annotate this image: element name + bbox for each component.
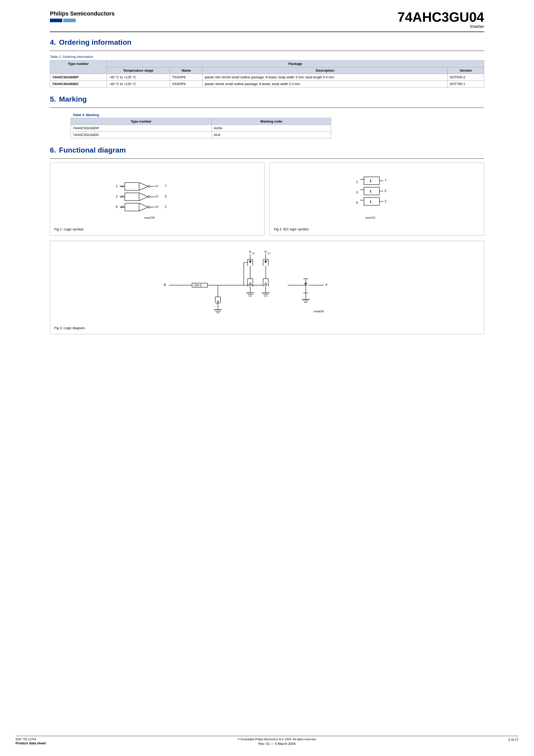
header-divider bbox=[50, 32, 484, 32]
doc-number: 9397 750 12754 bbox=[15, 738, 46, 741]
marking-col-code: Marking code bbox=[211, 118, 331, 125]
marking-col-type: Type number bbox=[71, 118, 212, 125]
svg-text:6: 6 bbox=[356, 201, 358, 204]
ordering-name: TSSOP8 bbox=[170, 74, 202, 81]
section-marking-title: 5. Marking bbox=[50, 95, 484, 103]
ordering-col-type: Type number bbox=[50, 61, 107, 74]
logic-diagram-svg: V CC V CC bbox=[54, 245, 480, 323]
svg-text:V: V bbox=[249, 250, 251, 254]
figures-row-1: 1 1A 1Y 7 3 2A bbox=[50, 163, 484, 235]
svg-text:2Y: 2Y bbox=[155, 195, 159, 198]
svg-text:1: 1 bbox=[370, 179, 371, 183]
svg-text:CC: CC bbox=[252, 252, 255, 255]
fig2-caption: Fig 2. IEC logic symbol. bbox=[274, 227, 480, 231]
svg-text:3Y: 3Y bbox=[155, 205, 159, 208]
ordering-divider bbox=[50, 51, 484, 51]
svg-text:CC: CC bbox=[267, 252, 271, 255]
figure-2: 1 1 7 3 1 5 6 1 bbox=[270, 163, 484, 235]
svg-text:1Y: 1Y bbox=[155, 185, 159, 188]
svg-text:Y: Y bbox=[325, 283, 328, 287]
ordering-subcol-temp: Temperature range bbox=[106, 67, 170, 74]
footer-line bbox=[15, 736, 519, 736]
svg-text:5: 5 bbox=[165, 195, 167, 198]
fig3-caption: Fig 3. Logic diagram. bbox=[54, 326, 480, 330]
svg-text:1: 1 bbox=[116, 184, 118, 188]
header-left: Philips Semiconductors bbox=[50, 10, 115, 23]
footer-copyright: © Koninklijke Philips Electronics N.V. 2… bbox=[238, 738, 316, 741]
table-row: 74AHC3GU04DC –40 °C to +125 °C VSSOP8 pl… bbox=[50, 81, 484, 87]
fig1-caption: Fig 1. Logic symbol. bbox=[54, 227, 260, 231]
svg-text:2: 2 bbox=[385, 200, 387, 203]
page-header: Philips Semiconductors 74AHC3GU04 Invert… bbox=[50, 10, 484, 29]
table-row: 74AHC3GU04DP –40 °C to +125 °C TSSOP8 pl… bbox=[50, 74, 484, 81]
ordering-temp: –40 °C to +125 °C bbox=[106, 74, 170, 81]
svg-marker-76 bbox=[217, 301, 219, 303]
section-ordering: 4. Ordering information Table 2: Orderin… bbox=[50, 38, 484, 87]
ordering-name: VSSOP8 bbox=[170, 81, 202, 87]
company-name: Philips Semiconductors bbox=[50, 10, 115, 17]
svg-text:mna720: mna720 bbox=[144, 216, 155, 219]
svg-text:A: A bbox=[164, 283, 166, 287]
table-row: 74AHC3GU04DC AU4 bbox=[71, 132, 331, 138]
svg-text:3: 3 bbox=[116, 195, 118, 198]
ordering-subcol-desc: Description bbox=[203, 67, 448, 74]
svg-rect-45 bbox=[364, 198, 380, 205]
section-marking: 5. Marking Table 3: Marking Type number … bbox=[50, 95, 484, 138]
ordering-temp: –40 °C to +125 °C bbox=[106, 81, 170, 87]
bar-lightblue bbox=[63, 19, 76, 22]
svg-text:7: 7 bbox=[165, 184, 167, 188]
section-ordering-title: 4. Ordering information bbox=[50, 38, 484, 46]
ordering-type: 74AHC3GU04DP bbox=[50, 74, 107, 81]
section-marking-label: Marking bbox=[59, 95, 87, 103]
bar-blue bbox=[50, 19, 62, 22]
svg-text:3A: 3A bbox=[120, 205, 124, 208]
ordering-table-label: Table 2: Ordering information bbox=[50, 55, 484, 59]
svg-text:100 Ω: 100 Ω bbox=[194, 284, 202, 287]
marking-table: Table 3: Marking Type number Marking cod… bbox=[70, 112, 331, 138]
footer-revision: Rev. 01 — 5 March 2004 bbox=[238, 742, 316, 746]
section-ordering-label: Ordering information bbox=[59, 38, 131, 46]
ordering-desc: plastic thin shrink small outline packag… bbox=[203, 74, 448, 81]
marking-code: AU04 bbox=[211, 125, 331, 132]
section-functional-num: 6. bbox=[50, 146, 56, 154]
svg-text:5: 5 bbox=[385, 189, 387, 193]
svg-text:1A: 1A bbox=[120, 185, 124, 188]
svg-text:2A: 2A bbox=[120, 195, 124, 198]
part-number: 74AHC3GU04 bbox=[397, 10, 484, 24]
ordering-type: 74AHC3GU04DC bbox=[50, 81, 107, 87]
figure-3: V CC V CC bbox=[50, 241, 484, 334]
subtitle: Inverter bbox=[397, 24, 484, 29]
color-bars bbox=[50, 19, 115, 22]
svg-marker-58 bbox=[249, 261, 252, 263]
ordering-version: SOT765-1 bbox=[448, 81, 484, 87]
section-functional: 6. Functional diagram 1 1A bbox=[50, 146, 484, 334]
svg-text:mna636: mna636 bbox=[313, 310, 324, 313]
svg-text:3: 3 bbox=[356, 191, 358, 194]
figure-1: 1 1A 1Y 7 3 2A bbox=[50, 163, 264, 235]
marking-type: 74AHC3GU04DP bbox=[71, 125, 212, 132]
marking-table-title: Table 3: Marking bbox=[71, 112, 331, 118]
section-functional-label: Functional diagram bbox=[59, 146, 126, 154]
footer-left: 9397 750 12754 Product data sheet bbox=[15, 738, 46, 745]
svg-text:V: V bbox=[264, 250, 267, 254]
ordering-subcol-name: Name bbox=[170, 67, 202, 74]
header-right: 74AHC3GU04 Inverter bbox=[397, 10, 484, 29]
footer-center: © Koninklijke Philips Electronics N.V. 2… bbox=[238, 738, 316, 746]
ordering-version: SOT505-2 bbox=[448, 74, 484, 81]
svg-text:2: 2 bbox=[165, 205, 167, 209]
section-ordering-num: 4. bbox=[50, 38, 56, 46]
svg-text:1: 1 bbox=[370, 189, 371, 193]
svg-text:7: 7 bbox=[385, 179, 387, 182]
svg-text:mna721: mna721 bbox=[365, 216, 376, 219]
svg-text:6: 6 bbox=[116, 205, 118, 209]
ordering-col-package: Package bbox=[106, 61, 484, 67]
marking-type: 74AHC3GU04DC bbox=[71, 132, 212, 138]
footer-content: 9397 750 12754 Product data sheet © Koni… bbox=[15, 738, 519, 746]
functional-divider bbox=[50, 158, 484, 159]
svg-text:1: 1 bbox=[370, 200, 371, 203]
svg-rect-39 bbox=[364, 187, 380, 195]
page-footer: 9397 750 12754 Product data sheet © Koni… bbox=[15, 736, 519, 746]
footer-page: 2 of 17 bbox=[508, 738, 519, 742]
svg-marker-94 bbox=[264, 283, 267, 285]
svg-marker-85 bbox=[249, 283, 252, 285]
